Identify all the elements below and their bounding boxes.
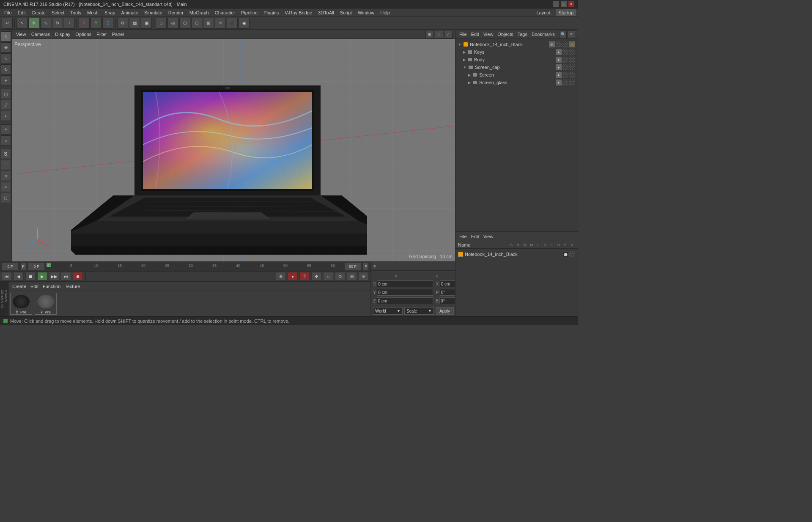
hier-edit-menu[interactable]: Edit [470,32,480,37]
viewport-icon-3[interactable]: ⤢ [444,30,453,38]
vis-icon-3[interactable]: ⬛ [562,41,568,47]
camera-button[interactable]: ⬛ [227,18,238,29]
add-point-tool[interactable]: + [1,75,11,85]
mat-texture-menu[interactable]: Texture [63,284,81,289]
vis-s2[interactable]: ⬛ [562,72,568,78]
move-tool-button[interactable]: ✥ [28,18,39,29]
mat-icon-2[interactable]: ⬛ [569,251,575,257]
light-button[interactable]: ◉ [239,18,250,29]
scene-button[interactable]: ≋ [215,18,226,29]
menu-file[interactable]: File [2,9,14,16]
anim-tool-2[interactable]: ✥ [311,272,321,280]
select-tool-button[interactable]: ↖ [16,18,27,29]
mat-icon-1[interactable]: ⬤ [562,251,568,257]
hier-bookmarks-menu[interactable]: Bookmarks [530,32,556,37]
tree-item-screen-glass[interactable]: ▶ Screen_glass ● ⬛ ⬛ [467,79,576,86]
material-item-b-pre[interactable]: b_Pre [10,293,32,315]
menu-script[interactable]: Script [337,9,354,16]
render-settings-button[interactable]: ⚙ [117,18,128,29]
menu-window[interactable]: Window [355,9,377,16]
move-tool[interactable]: ✥ [1,42,11,52]
tree-item-screen-cap[interactable]: ▼ Screen_cap ● ⬛ ⬛ [462,63,576,71]
vis-s1[interactable]: ● [556,72,562,78]
play-reverse-button[interactable]: ◀ [14,272,24,280]
deformer-button[interactable]: ⬡ [179,18,190,29]
close-button[interactable]: ✕ [568,1,574,7]
vis-icon-4[interactable]: ● [569,41,575,47]
viewport-options-menu[interactable]: Options [74,32,93,37]
viewport-cameras-menu[interactable]: Cameras [30,32,52,37]
deform-tool[interactable]: ≋ [1,171,11,181]
anim-auto-key[interactable]: ? [299,272,310,280]
vis-b3[interactable]: ⬛ [569,57,575,63]
menu-simulate[interactable]: Simulate [142,9,165,16]
z-pos-input[interactable] [377,297,433,304]
s-icon[interactable]: S [1,149,11,159]
menu-select[interactable]: Select [49,9,67,16]
play-button[interactable]: ▶ [37,272,47,280]
edge-tool[interactable]: ╱ [1,100,11,110]
anim-tool-3[interactable]: ○ [323,272,333,280]
apply-button[interactable]: Apply [436,307,454,315]
viewport-view-menu[interactable]: View [14,32,28,37]
y-axis-button[interactable]: Y [91,18,102,29]
menu-vray[interactable]: V-Ray Bridge [282,9,315,16]
nurbs-button[interactable]: ◎ [167,18,178,29]
scale-dropdown[interactable]: Scale ▼ [404,307,434,315]
go-start-button[interactable]: ⏮ [2,272,12,280]
vis-k2[interactable]: ⬛ [562,49,568,55]
x-pos-input[interactable] [377,280,433,287]
menu-help[interactable]: Help [378,9,392,16]
rotate-tool[interactable]: ↻ [1,64,11,74]
mograph-button[interactable]: ⬡ [191,18,202,29]
x-axis-button[interactable]: X [79,18,90,29]
frame-display[interactable]: 0 F [2,262,19,271]
attr-file-menu[interactable]: File [458,234,468,239]
hier-filter[interactable]: ≡ [568,30,575,38]
record-button[interactable]: ⏺ [73,272,83,280]
menu-pipeline[interactable]: Pipeline [239,9,260,16]
world-dropdown[interactable]: World ▼ [373,307,403,315]
magnet-tool[interactable]: ⌖ [1,124,11,135]
hier-file-menu[interactable]: File [458,32,468,37]
anim-tool-5[interactable]: ⊞ [347,272,357,280]
anim-tool-6[interactable]: ≡ [359,272,369,280]
vis-icon-2[interactable]: ⬛ [556,41,562,47]
anim-tool-4[interactable]: ⊙ [335,272,345,280]
vis-sc1[interactable]: ● [556,64,562,70]
vis-b2[interactable]: ⬛ [562,57,568,63]
frame-end-display[interactable]: 90 F [344,262,361,271]
menu-edit[interactable]: Edit [15,9,28,16]
menu-character[interactable]: Character [212,9,238,16]
vis-icon-1[interactable]: ● [549,41,555,47]
primitive-cube-button[interactable]: □ [156,18,167,29]
pointer-tool[interactable]: ↖ [1,31,11,41]
menu-snap[interactable]: Snap [102,9,118,16]
vis-sc3[interactable]: ⬛ [569,64,575,70]
menu-tools[interactable]: Tools [68,9,84,16]
viewport-filter-menu[interactable]: Filter [95,32,108,37]
tree-item-screen[interactable]: ▶ Screen ● ⬛ ⬛ [467,71,576,79]
menu-render[interactable]: Render [166,9,186,16]
vis-sc2[interactable]: ⬛ [562,64,568,70]
point-tool[interactable]: • [1,111,11,121]
vis-k1[interactable]: ● [556,49,562,55]
hier-search[interactable]: 🔍 [559,30,567,38]
hier-view-menu[interactable]: View [482,32,495,37]
mat-function-menu[interactable]: Function [41,284,62,289]
anim-tool-1[interactable]: ⊕ [276,272,286,280]
paint-tool[interactable]: ⬡ [1,193,11,203]
brush-tool[interactable]: ○ [1,135,11,146]
menu-animate[interactable]: Animate [119,9,141,16]
maximize-button[interactable]: □ [561,1,567,7]
viewport-icon-2[interactable]: ↕ [435,30,443,38]
z-axis-button[interactable]: Z [102,18,113,29]
viewport-display-menu[interactable]: Display [53,32,72,37]
polygon-tool[interactable]: ▢ [1,89,11,99]
viewport-icon-1[interactable]: ⊞ [425,30,434,38]
tree-item-keys[interactable]: ▶ Keys ● ⬛ ⬛ [462,48,576,56]
render-region-button[interactable]: ▦ [129,18,140,29]
viewport-panel-menu[interactable]: Panel [110,32,126,37]
menu-3dtoall[interactable]: 3DToAll [315,9,337,16]
vis-k3[interactable]: ⬛ [569,49,575,55]
